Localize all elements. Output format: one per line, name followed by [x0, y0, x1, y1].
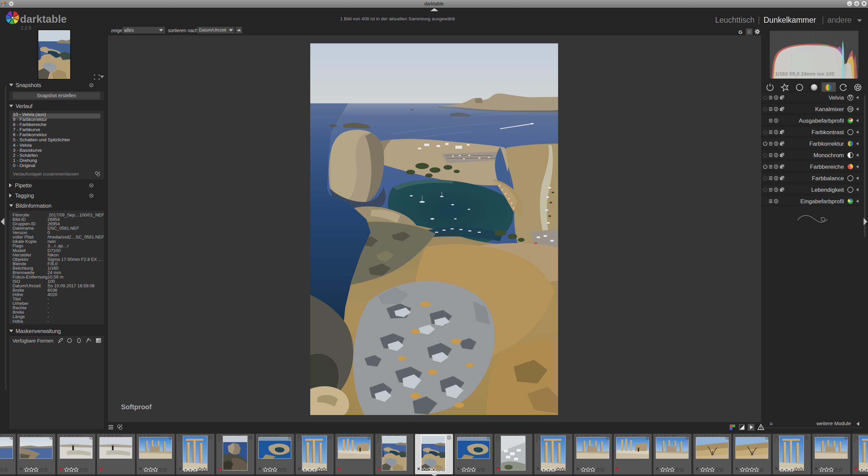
svg-text:Farbbalance: Farbbalance [812, 175, 844, 182]
svg-text:Monochrom: Monochrom [813, 152, 844, 159]
svg-text:Velvia: Velvia [829, 95, 844, 101]
svg-text:Kanalmixer: Kanalmixer [815, 106, 844, 112]
svg-text:Farbkontrast: Farbkontrast [812, 129, 844, 136]
svg-text:Farbbereiche: Farbbereiche [810, 164, 844, 170]
svg-text:1/160 f/8,0 24mm iso 100: 1/160 f/8,0 24mm iso 100 [775, 71, 834, 77]
svg-text:Lebendigkeit: Lebendigkeit [811, 187, 844, 193]
svg-text:Farbkorrektur: Farbkorrektur [809, 141, 844, 147]
svg-text:Eingabefarbprofil: Eingabefarbprofil [800, 198, 844, 205]
svg-text:Ausgabefarbprofil: Ausgabefarbprofil [799, 118, 844, 124]
